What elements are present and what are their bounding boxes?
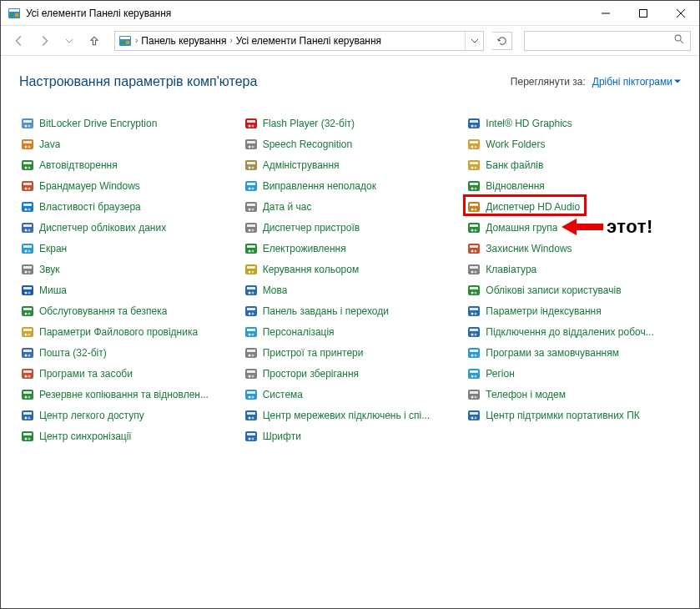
svg-rect-67 — [23, 391, 32, 394]
item-label: Центр синхронізації — [39, 430, 132, 442]
item-label: Екран — [39, 243, 67, 254]
svg-rect-118 — [245, 327, 257, 337]
view-by-dropdown[interactable]: Дрібні піктограми — [592, 76, 681, 88]
item-label: Програми та засоби — [39, 368, 133, 380]
item-color-mgmt[interactable]: Керування кольором — [243, 259, 458, 279]
svg-rect-170 — [468, 264, 480, 274]
defender-icon — [467, 242, 481, 255]
item-fonts[interactable]: Шрифти — [243, 425, 458, 446]
back-button[interactable] — [9, 31, 29, 51]
svg-point-164 — [471, 229, 474, 231]
item-sync-center[interactable]: Центр синхронізації — [19, 425, 234, 446]
item-label: Керування кольором — [263, 264, 360, 275]
item-network-sharing[interactable]: Центр мережевих підключень і спі... — [243, 405, 458, 425]
svg-point-172 — [471, 270, 474, 273]
svg-point-145 — [475, 124, 477, 127]
item-storage-spaces[interactable]: Простори зберігання — [243, 363, 458, 384]
item-power[interactable]: Електроживлення — [243, 238, 458, 259]
item-ease-of-access[interactable]: Центр легкого доступу — [19, 405, 234, 425]
svg-point-88 — [248, 166, 250, 169]
item-defender[interactable]: Захисник Windows — [466, 238, 681, 259]
item-file-explorer-opts[interactable]: Параметри Файлового провідника — [19, 321, 234, 342]
item-work-folders[interactable]: Work Folders — [466, 133, 681, 154]
breadcrumb-part[interactable]: Усі елементи Панелі керування — [236, 35, 381, 47]
item-mail[interactable]: Пошта (32-біт) — [19, 342, 234, 363]
item-keyboard[interactable]: Клавіатура — [466, 259, 681, 279]
item-programs-features[interactable]: Програми та засоби — [19, 363, 234, 384]
item-user-accounts[interactable]: Облікові записи користувачів — [466, 279, 681, 300]
svg-point-84 — [248, 145, 250, 148]
item-admin-tools[interactable]: Адміністрування — [243, 154, 458, 175]
item-label: Параметри індексування — [486, 305, 601, 317]
breadcrumb-part[interactable]: Панель керування — [141, 35, 226, 47]
svg-point-128 — [248, 375, 250, 377]
item-bitlocker[interactable]: BitLocker Drive Encryption — [19, 113, 234, 133]
svg-point-41 — [28, 249, 31, 252]
close-button[interactable] — [662, 1, 699, 25]
item-backup-restore[interactable]: Резервне копіювання та відновлен... — [19, 384, 234, 405]
backup-restore-icon — [21, 388, 34, 401]
item-intel-hd[interactable]: Intel® HD Graphics — [466, 113, 681, 133]
mouse-icon — [21, 284, 34, 297]
item-personalize[interactable]: Персоналізація — [243, 321, 458, 342]
item-system[interactable]: Система — [243, 384, 458, 405]
item-device-mgr[interactable]: Диспетчер пристроїв — [243, 217, 458, 238]
item-label: Регіон — [486, 368, 515, 380]
svg-point-156 — [471, 187, 474, 189]
item-sound[interactable]: Звук — [19, 259, 234, 279]
item-maintenance[interactable]: Обслуговування та безпека — [19, 300, 234, 321]
item-java[interactable]: Java — [19, 133, 234, 154]
item-region[interactable]: Регіон — [466, 363, 681, 384]
search-icon[interactable] — [673, 33, 685, 48]
svg-rect-18 — [22, 139, 33, 149]
svg-point-140 — [248, 437, 250, 440]
minimize-button[interactable] — [587, 1, 624, 25]
item-firewall[interactable]: Брандмауер Windows — [19, 175, 234, 196]
item-autoplay[interactable]: Автовідтворення — [19, 154, 234, 175]
search-box[interactable] — [524, 31, 691, 51]
item-recovery[interactable]: Відновлення — [466, 175, 681, 196]
svg-rect-86 — [245, 160, 257, 170]
svg-point-152 — [471, 166, 474, 169]
item-speech[interactable]: Speech Recognition — [243, 133, 458, 154]
item-label: Автовідтворення — [39, 159, 118, 171]
item-phone-modem[interactable]: Телефон і модем — [466, 384, 681, 405]
device-mgr-icon — [244, 221, 258, 234]
svg-rect-19 — [23, 141, 32, 143]
address-bar[interactable]: › Панель керування › Усі елементи Панелі… — [114, 31, 484, 51]
chevron-right-icon[interactable]: › — [135, 36, 138, 45]
refresh-button[interactable] — [492, 32, 512, 50]
item-homegroup[interactable]: Домашня група — [466, 217, 681, 238]
item-mouse[interactable]: Миша — [19, 279, 234, 300]
item-taskbar-nav[interactable]: Панель завдань і переходи — [243, 300, 458, 321]
item-display[interactable]: Екран — [19, 238, 234, 259]
forward-button[interactable] — [34, 31, 54, 51]
svg-rect-110 — [245, 285, 257, 295]
item-file-bank[interactable]: Банк файлів — [466, 154, 681, 175]
item-mobility-center[interactable]: Центр підтримки портативних ПК — [466, 405, 681, 425]
item-date-time[interactable]: Дата й час — [243, 196, 458, 217]
item-flash[interactable]: Flash Player (32-біт) — [243, 113, 458, 133]
address-dropdown[interactable] — [465, 32, 483, 50]
devices-printers-icon — [244, 346, 258, 360]
item-language[interactable]: Мова — [243, 279, 458, 300]
item-default-programs[interactable]: Програми за замовчуванням — [466, 342, 681, 363]
svg-point-157 — [475, 187, 477, 189]
item-hd-audio[interactable]: Диспетчер HD Audio — [466, 196, 681, 217]
maximize-button[interactable] — [624, 1, 662, 25]
svg-rect-183 — [470, 329, 478, 331]
chevron-right-icon[interactable]: › — [229, 36, 232, 45]
recent-dropdown[interactable] — [59, 31, 79, 51]
item-troubleshoot[interactable]: Виправлення неполадок — [243, 175, 458, 196]
item-devices-printers[interactable]: Пристрої та принтери — [243, 342, 458, 363]
svg-rect-63 — [23, 370, 32, 373]
item-label: Центр підтримки портативних ПК — [486, 410, 639, 421]
item-credential-mgr[interactable]: Диспетчер облікових даних — [19, 217, 234, 238]
item-remoteapp[interactable]: Підключення до віддалених робоч... — [466, 321, 681, 342]
item-browser-props[interactable]: Властивості браузера — [19, 196, 234, 217]
svg-rect-70 — [22, 410, 33, 420]
item-label: Телефон і модем — [486, 389, 566, 400]
up-button[interactable] — [84, 31, 104, 51]
item-indexing[interactable]: Параметри індексування — [466, 300, 681, 321]
search-input[interactable] — [530, 35, 673, 47]
